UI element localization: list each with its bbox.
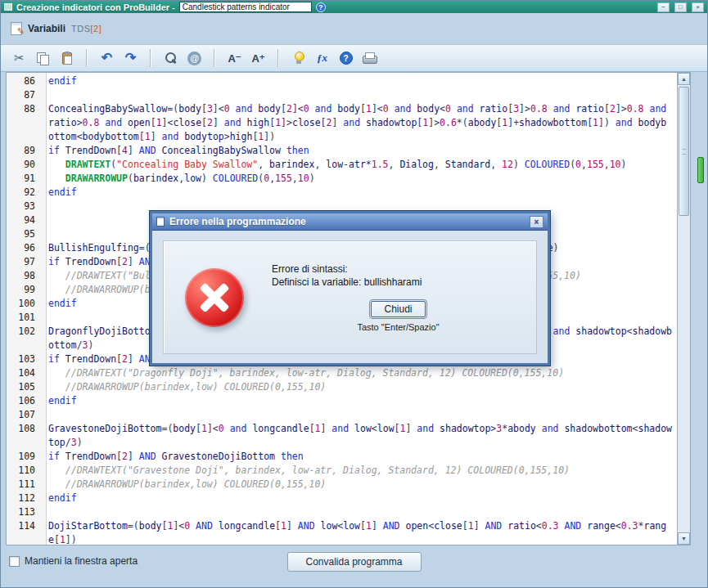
scrollbar-track[interactable] (678, 85, 690, 532)
code-text[interactable]: if TrendDown[2] AND GravestoneDojiBottom… (41, 450, 677, 464)
variables-bar: ✎ Variabili TDS[2] (1, 13, 707, 44)
keep-window-open-checkbox[interactable] (9, 556, 20, 567)
toolbar-separator (86, 49, 88, 67)
line-number: 101 (7, 311, 41, 325)
line-number: 110 (7, 464, 41, 478)
font-increase-icon: A⁺ (251, 52, 264, 65)
code-line: 110 //DRAWTEXT("Gravestone Doji", barind… (7, 464, 677, 478)
line-number: 86 (7, 74, 41, 88)
code-text[interactable] (41, 88, 677, 102)
vertical-scrollbar[interactable]: ▲ ▼ (677, 73, 690, 545)
code-line: 106endif (7, 394, 677, 408)
line-number: 97 (7, 255, 41, 269)
code-text[interactable]: DojiStarBottom=(body[1]<0 AND longcandle… (41, 519, 677, 545)
dialog-close-icon[interactable]: × (530, 216, 543, 228)
redo-button[interactable]: ↷ (120, 48, 141, 69)
error-dialog-content: Errore di sintassi: Definisci la variabi… (272, 263, 525, 332)
variables-button[interactable]: Variabili (28, 23, 65, 34)
error-message-line2: Definisci la variabile: bullishharami (272, 276, 525, 289)
footer-bar: Mantieni la finestra aperta Convalida pr… (1, 545, 707, 588)
line-number: 107 (7, 408, 41, 422)
code-line: 111 //DRAWARROWUP(barindex,low) COLOURED… (7, 478, 677, 491)
line-number: 113 (7, 505, 41, 519)
scrollbar-thumb[interactable] (679, 87, 689, 216)
line-number: 102 (7, 325, 41, 352)
indicator-name-input[interactable] (179, 2, 312, 12)
code-line: 87 (7, 88, 677, 102)
paste-button[interactable] (56, 48, 77, 69)
keep-window-open-label: Mantieni la finestra aperta (25, 555, 138, 567)
line-number: 94 (7, 213, 41, 227)
code-line: 105 //DRAWARROWUP(barindex,low) COLOURED… (7, 380, 677, 394)
scroll-position-marker (697, 157, 704, 183)
toolbar-separator (150, 49, 151, 67)
maximize-button[interactable]: □ (674, 2, 687, 12)
at-button[interactable]: @ (184, 48, 205, 69)
tds-count: [2] (91, 24, 102, 34)
code-line: 90 DRAWTEXT("Concealing Baby Swallow", b… (7, 158, 677, 172)
code-text[interactable]: GravestoneDojiBottom=(body[1]<0 and long… (41, 422, 677, 450)
code-text[interactable]: //DRAWARROWUP(barindex,low) COLOURED(0,1… (41, 380, 677, 394)
code-text[interactable]: endif (41, 74, 677, 88)
close-window-button[interactable]: × (692, 2, 704, 12)
validate-program-button[interactable]: Convalida programma (286, 552, 421, 572)
code-text[interactable]: DRAWTEXT("Concealing Baby Swallow", bari… (41, 158, 677, 172)
font-decrease-button[interactable]: A⁻ (224, 48, 245, 69)
dialog-button-row: Chiudi (272, 301, 525, 317)
help-icon: ? (340, 52, 353, 65)
dialog-document-icon (156, 217, 165, 227)
line-number: 98 (7, 269, 41, 283)
scroll-down-button[interactable]: ▼ (678, 532, 690, 545)
error-dialog-titlebar: Errore nella programmazione × (152, 213, 548, 231)
line-number: 88 (7, 102, 41, 144)
line-number: 109 (7, 450, 41, 464)
code-text[interactable]: //DRAWTEXT("Dragonfly Doji", barindex, l… (41, 366, 677, 380)
pencil-icon: ✎ (17, 26, 25, 37)
code-text[interactable]: //DRAWARROWUP(barindex,low) COLOURED(0,1… (41, 478, 677, 491)
print-button[interactable] (359, 48, 380, 69)
line-number: 93 (7, 200, 41, 213)
titlebar-help-icon[interactable]: ? (316, 2, 326, 12)
dialog-keyboard-hint: Tasto "Enter/Spazio" (272, 322, 525, 332)
copy-button[interactable] (33, 48, 53, 69)
scroll-up-button[interactable]: ▲ (678, 73, 690, 85)
cut-button[interactable]: ✂ (9, 48, 29, 69)
code-text[interactable]: DRAWARROWUP(barindex,low) COLOURED(0,155… (41, 172, 677, 186)
variables-icon: ✎ (11, 22, 22, 35)
code-text[interactable]: endif (41, 186, 677, 200)
line-number: 100 (7, 297, 41, 311)
close-dialog-button[interactable]: Chiudi (371, 301, 425, 317)
undo-button[interactable]: ↶ (97, 48, 117, 69)
code-text[interactable]: endif (41, 394, 677, 408)
code-text[interactable]: //DRAWTEXT("Gravestone Doji", barindex, … (41, 464, 677, 478)
code-text[interactable]: if TrendDown[4] AND ConcealingBabySwallo… (41, 144, 677, 158)
copy-icon (37, 52, 49, 65)
code-text[interactable] (41, 408, 677, 422)
function-button[interactable]: ƒx (312, 48, 332, 69)
probuilder-window: Creazione indicatori con ProBuilder - ? … (0, 0, 708, 588)
search-icon (165, 52, 178, 65)
line-number: 87 (7, 88, 41, 102)
minimize-button[interactable]: − (657, 2, 670, 12)
error-icon (185, 268, 244, 327)
line-number: 92 (7, 186, 41, 200)
code-line: 112endif (7, 491, 677, 505)
window-title: Creazione indicatori con ProBuilder - (16, 2, 175, 12)
line-number: 105 (7, 380, 41, 394)
code-text[interactable]: endif (41, 491, 677, 505)
code-line: 89if TrendDown[4] AND ConcealingBabySwal… (7, 144, 677, 158)
line-number: 91 (7, 172, 41, 186)
line-number: 111 (7, 478, 41, 491)
help-button[interactable]: ? (336, 48, 356, 69)
line-number: 104 (7, 366, 41, 380)
paste-icon (62, 52, 72, 65)
code-text[interactable]: ConcealingBabySwallow=(body[3]<0 and bod… (41, 102, 677, 144)
code-line: 108GravestoneDojiBottom=(body[1]<0 and l… (7, 422, 677, 450)
code-line: 91 DRAWARROWUP(barindex,low) COLOURED(0,… (7, 172, 677, 186)
hint-button[interactable] (288, 48, 309, 69)
search-button[interactable] (160, 48, 181, 69)
code-line: 88ConcealingBabySwallow=(body[3]<0 and b… (7, 102, 677, 144)
code-text[interactable] (41, 505, 677, 519)
font-increase-button[interactable]: A⁺ (248, 48, 268, 69)
toolbar-separator (277, 49, 279, 67)
